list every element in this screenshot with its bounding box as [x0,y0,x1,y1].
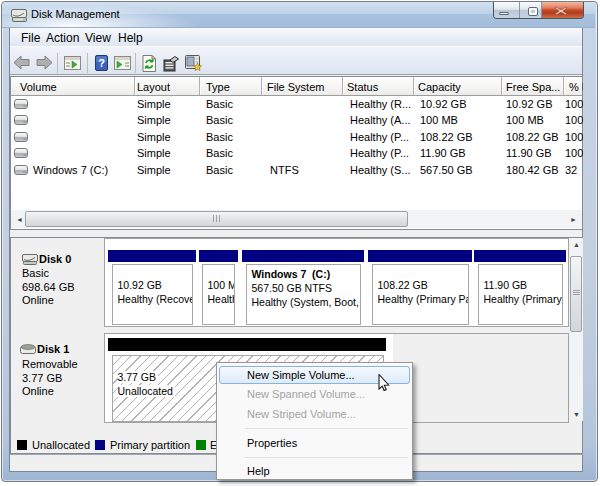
svg-text:?: ? [98,57,105,69]
